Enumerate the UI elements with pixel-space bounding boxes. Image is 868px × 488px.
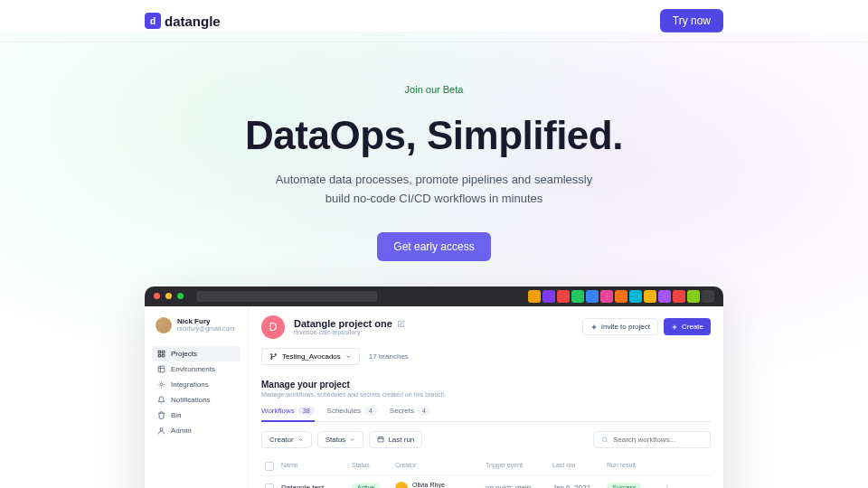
browser-tab-icon	[571, 290, 584, 303]
svg-point-9	[271, 358, 273, 360]
logo-mark-icon: d	[145, 13, 161, 29]
project-repo: revenue-calc-repository	[294, 329, 405, 335]
browser-tab-icon	[687, 290, 700, 303]
sidebar-item-environments[interactable]: Environments	[152, 361, 241, 377]
chevron-down-icon	[345, 353, 352, 360]
url-bar	[196, 291, 377, 302]
search-input[interactable]	[593, 431, 711, 448]
window-maximize-icon	[177, 293, 184, 299]
product-screenshot: Nick Fury nickfury@gmail.com ProjectsEnv…	[145, 286, 723, 488]
lastrun-filter[interactable]: Last run	[369, 431, 422, 448]
creator-filter[interactable]: Creator	[261, 431, 312, 448]
browser-tab-icon	[542, 290, 555, 303]
beta-badge: Join our Beta	[405, 84, 464, 95]
sidebar-item-projects[interactable]: Projects	[152, 346, 241, 361]
browser-tab-icon	[673, 290, 685, 303]
section-title: Manage your project	[261, 380, 711, 389]
svg-point-7	[271, 353, 273, 355]
result-badge: Success	[607, 483, 641, 488]
browser-tab-icon	[658, 290, 671, 303]
trigger-event: on push: main	[486, 483, 552, 488]
tab-count: 38	[298, 407, 315, 415]
try-now-button[interactable]: Try now	[660, 9, 723, 33]
browser-tab-icon	[528, 290, 541, 303]
hero-subtitle: Automate data processes, promote pipelin…	[0, 171, 868, 209]
admin-icon	[157, 427, 165, 435]
branch-icon	[269, 352, 278, 361]
hero-title: DataOps, Simplified.	[0, 113, 868, 158]
browser-tab-icon	[644, 290, 656, 303]
avatar	[156, 317, 172, 333]
svg-point-11	[602, 436, 607, 441]
table-row[interactable]: Datangle test Active Olivia Rhye olivia@…	[261, 476, 711, 488]
chevron-down-icon	[297, 436, 304, 443]
svg-point-5	[160, 383, 163, 386]
bin-icon	[157, 411, 165, 419]
avatar	[395, 482, 408, 488]
browser-tab-icon	[586, 290, 599, 303]
browser-tab-icon	[629, 290, 642, 303]
tab-schedules[interactable]: Schedules4	[327, 407, 377, 421]
row-more-button[interactable]: ⋮	[661, 483, 675, 488]
svg-rect-0	[158, 351, 161, 353]
user-name: Nick Fury	[177, 317, 234, 325]
edit-icon[interactable]	[397, 320, 405, 328]
brand-name: datangle	[165, 14, 221, 29]
browser-tab-icon	[600, 290, 613, 303]
svg-rect-2	[158, 354, 161, 357]
tab-count: 4	[364, 407, 377, 416]
creator-name: Olivia Rhye	[412, 482, 455, 488]
svg-rect-4	[158, 366, 165, 372]
branch-count: 17 branches	[369, 352, 409, 361]
invite-button[interactable]: Invite to project	[582, 318, 658, 335]
window-close-icon	[154, 293, 160, 299]
get-early-access-button[interactable]: Get early access	[377, 232, 490, 261]
sidebar: Nick Fury nickfury@gmail.com ProjectsEnv…	[145, 306, 249, 488]
svg-rect-3	[162, 354, 165, 357]
projects-icon	[157, 350, 165, 358]
search-icon	[601, 436, 609, 444]
window-minimize-icon	[165, 293, 172, 299]
select-all-checkbox[interactable]	[265, 462, 274, 471]
tab-count: 4	[418, 407, 430, 416]
create-button[interactable]: Create	[664, 318, 711, 335]
plus-icon	[590, 324, 598, 331]
sidebar-item-notifications[interactable]: Notifications	[152, 392, 241, 408]
workflow-name: Datangle test	[281, 483, 352, 488]
user-profile[interactable]: Nick Fury nickfury@gmail.com	[152, 315, 241, 335]
notifications-icon	[157, 396, 165, 404]
section-subtitle: Manage workflows, schedules and secrets …	[261, 391, 711, 398]
calendar-icon	[377, 436, 384, 443]
plus-icon	[671, 324, 678, 331]
sidebar-item-bin[interactable]: Bin	[152, 408, 241, 423]
svg-point-8	[275, 353, 277, 355]
status-badge: Active	[352, 483, 380, 488]
browser-tab-icon	[557, 290, 570, 303]
project-avatar: D	[261, 315, 285, 339]
environments-icon	[157, 365, 165, 373]
project-name: Datangle project one	[294, 318, 392, 329]
svg-rect-10	[378, 437, 383, 442]
row-checkbox[interactable]	[265, 483, 274, 488]
tab-workflows[interactable]: Workflows38	[261, 407, 315, 422]
svg-point-6	[160, 427, 163, 430]
sidebar-item-admin[interactable]: Admin	[152, 423, 241, 438]
status-filter[interactable]: Status	[317, 431, 364, 448]
user-email: nickfury@gmail.com	[177, 325, 234, 332]
browser-tab-icon	[702, 290, 714, 303]
sidebar-item-integrations[interactable]: Integrations	[152, 377, 241, 392]
integrations-icon	[157, 380, 165, 389]
svg-rect-1	[162, 351, 165, 353]
brand-logo[interactable]: d datangle	[145, 13, 221, 29]
browser-chrome	[145, 286, 723, 306]
tab-secrets[interactable]: Secrets4	[390, 407, 430, 421]
chevron-down-icon	[349, 436, 355, 443]
branch-selector[interactable]: Testing_Avocados	[261, 348, 360, 365]
table-header: Name Status Creator Trigger event Last r…	[261, 457, 711, 476]
last-run-date: Jan 6, 2022	[552, 483, 607, 488]
browser-tab-icon	[615, 290, 627, 303]
